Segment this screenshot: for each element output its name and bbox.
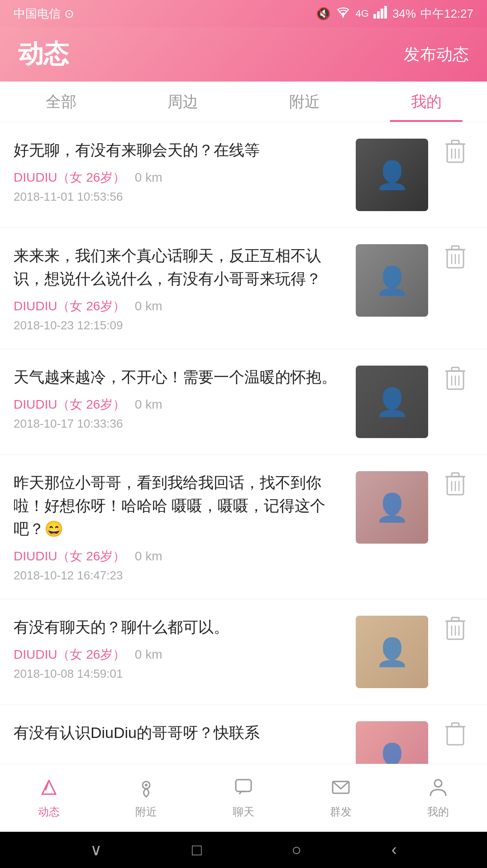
feed-text: 天气越来越冷，不开心！需要一个温暖的怀抱。 bbox=[14, 366, 347, 389]
feed-item: 来来来，我们来个真心话聊天，反正互相不认识，想说什么说什么，有没有小哥哥来玩得？… bbox=[0, 228, 487, 349]
nav-nearby[interactable]: 附近 bbox=[97, 777, 195, 819]
status-carrier: 中国电信 ⊙ bbox=[14, 6, 74, 22]
feed-dist: 0 km bbox=[135, 397, 162, 411]
svg-rect-1 bbox=[373, 14, 376, 19]
feed-user: DIUDIU（女 26岁） bbox=[14, 549, 125, 563]
publish-button[interactable]: 发布动态 bbox=[404, 43, 469, 66]
status-icons: 🔇 4G 34% 中午12:27 bbox=[316, 6, 473, 22]
svg-point-0 bbox=[342, 16, 344, 18]
delete-button[interactable] bbox=[437, 721, 473, 752]
nav-broadcast-label: 群发 bbox=[330, 805, 352, 819]
carrier-icon: ⊙ bbox=[64, 7, 74, 21]
feed-text: 好无聊，有没有来聊会天的？在线等 bbox=[14, 139, 347, 162]
nav-mine[interactable]: 我的 bbox=[390, 777, 487, 819]
nav-chat-label: 聊天 bbox=[233, 805, 254, 819]
svg-rect-4 bbox=[384, 6, 387, 19]
feed-time: 2018-10-08 14:59:01 bbox=[14, 667, 347, 681]
person-icon bbox=[428, 777, 449, 801]
feed-thumbnail: 👤 bbox=[356, 616, 428, 688]
feed-user: DIUDIU（女 26岁） bbox=[14, 397, 125, 411]
nav-square[interactable]: □ bbox=[192, 840, 202, 859]
wifi-icon bbox=[335, 6, 351, 22]
trash-icon bbox=[444, 616, 467, 646]
carrier-text: 中国电信 bbox=[14, 6, 61, 22]
delete-button[interactable] bbox=[437, 471, 473, 502]
feed-dist: 0 km bbox=[135, 549, 162, 563]
delete-button[interactable] bbox=[437, 139, 473, 169]
header: 动态 发布动态 bbox=[0, 27, 487, 82]
signal-icon bbox=[373, 6, 388, 22]
feed-text: 有没有聊天的？聊什么都可以。 bbox=[14, 616, 347, 639]
status-bar: 中国电信 ⊙ 🔇 4G 34% 中午12:27 bbox=[0, 0, 487, 27]
nav-home[interactable]: ○ bbox=[291, 840, 301, 859]
svg-rect-37 bbox=[452, 723, 459, 727]
feed-item: 天气越来越冷，不开心！需要一个温暖的怀抱。 DIUDIU（女 26岁） 0 km… bbox=[0, 349, 487, 455]
trash-icon bbox=[444, 244, 467, 275]
tab-all[interactable]: 全部 bbox=[0, 82, 122, 122]
svg-point-43 bbox=[145, 784, 148, 786]
feed-dist: 0 km bbox=[135, 170, 162, 184]
feed-user: DIUDIU（女 26岁） bbox=[14, 647, 125, 661]
feed-content: 昨天那位小哥哥，看到我给我回话，找不到你啦！好想你呀！哈哈哈 嗫嗫，嗫嗫，记得这… bbox=[14, 471, 347, 583]
delete-button[interactable] bbox=[437, 244, 473, 275]
mail-icon bbox=[330, 777, 351, 801]
nav-mine-label: 我的 bbox=[427, 805, 449, 819]
tab-nearby[interactable]: 附近 bbox=[244, 82, 365, 122]
feed-content: 有没有认识DiuDiu的哥哥呀？快联系 bbox=[14, 721, 347, 752]
svg-rect-3 bbox=[381, 9, 383, 19]
feed-time: 2018-10-17 10:33:36 bbox=[14, 417, 347, 431]
feed-item: 有没有聊天的？聊什么都可以。 DIUDIU（女 26岁） 0 km 2018-1… bbox=[0, 599, 487, 705]
feed-time: 2018-11-01 10:53:56 bbox=[14, 190, 347, 204]
feed-user: DIUDIU（女 26岁） bbox=[14, 299, 125, 313]
battery-text: 34% bbox=[392, 7, 416, 21]
feed-list: 好无聊，有没有来聊会天的？在线等 DIUDIU（女 26岁） 0 km 2018… bbox=[0, 122, 487, 868]
tab-nearby-area[interactable]: 周边 bbox=[122, 82, 244, 122]
feed-thumbnail: 👤 bbox=[356, 366, 428, 438]
feed-text: 有没有认识DiuDiu的哥哥呀？快联系 bbox=[14, 721, 347, 744]
nav-feeds-label: 动态 bbox=[38, 805, 60, 819]
svg-rect-31 bbox=[452, 617, 459, 621]
trash-icon bbox=[444, 366, 467, 396]
mute-icon: 🔇 bbox=[316, 7, 330, 21]
svg-line-39 bbox=[49, 781, 56, 794]
feed-content: 有没有聊天的？聊什么都可以。 DIUDIU（女 26岁） 0 km 2018-1… bbox=[14, 616, 347, 681]
nav-down[interactable]: ∨ bbox=[90, 840, 102, 859]
feed-content: 来来来，我们来个真心话聊天，反正互相不认识，想说什么说什么，有没有小哥哥来玩得？… bbox=[14, 244, 347, 333]
feed-thumbnail: 👤 bbox=[356, 471, 428, 544]
nav-back[interactable]: ‹ bbox=[392, 840, 397, 859]
feed-dist: 0 km bbox=[135, 647, 162, 661]
svg-rect-13 bbox=[452, 246, 459, 250]
feed-content: 好无聊，有没有来聊会天的？在线等 DIUDIU（女 26岁） 0 km 2018… bbox=[14, 139, 347, 204]
feed-time: 2018-10-12 16:47:23 bbox=[14, 569, 347, 583]
svg-point-46 bbox=[434, 780, 442, 787]
feed-user: DIUDIU（女 26岁） bbox=[14, 170, 125, 184]
svg-rect-35 bbox=[447, 727, 463, 745]
trash-icon bbox=[444, 471, 467, 502]
delete-button[interactable] bbox=[437, 616, 473, 646]
nav-nearby-label: 附近 bbox=[135, 805, 157, 819]
svg-rect-44 bbox=[236, 780, 251, 791]
nav-chat[interactable]: 聊天 bbox=[195, 777, 292, 819]
location-icon bbox=[136, 777, 157, 801]
feed-item: 好无聊，有没有来聊会天的？在线等 DIUDIU（女 26岁） 0 km 2018… bbox=[0, 122, 487, 228]
svg-rect-19 bbox=[452, 367, 459, 371]
feed-text: 昨天那位小哥哥，看到我给我回话，找不到你啦！好想你呀！哈哈哈 嗫嗫，嗫嗫，记得这… bbox=[14, 471, 347, 540]
bottom-nav: 动态 附近 聊天 群发 bbox=[0, 764, 487, 832]
feed-thumbnail: 👤 bbox=[356, 139, 428, 211]
header-title: 动态 bbox=[18, 37, 69, 72]
feed-text: 来来来，我们来个真心话聊天，反正互相不认识，想说什么说什么，有没有小哥哥来玩得？ bbox=[14, 244, 347, 290]
time-text: 中午12:27 bbox=[420, 6, 473, 22]
nav-feeds[interactable]: 动态 bbox=[0, 777, 97, 819]
chat-icon bbox=[233, 777, 254, 801]
feed-thumbnail: 👤 bbox=[356, 244, 428, 317]
tab-bar: 全部 周边 附近 我的 bbox=[0, 82, 487, 122]
send-icon bbox=[38, 777, 59, 801]
feed-item: 昨天那位小哥哥，看到我给我回话，找不到你啦！好想你呀！哈哈哈 嗫嗫，嗫嗫，记得这… bbox=[0, 455, 487, 599]
android-nav-bar: ∨ □ ○ ‹ bbox=[0, 832, 487, 868]
tab-mine[interactable]: 我的 bbox=[365, 82, 487, 122]
nav-broadcast[interactable]: 群发 bbox=[292, 777, 390, 819]
delete-button[interactable] bbox=[437, 366, 473, 396]
feed-time: 2018-10-23 12:15:09 bbox=[14, 318, 347, 333]
svg-rect-25 bbox=[452, 473, 459, 477]
svg-rect-7 bbox=[452, 140, 459, 144]
